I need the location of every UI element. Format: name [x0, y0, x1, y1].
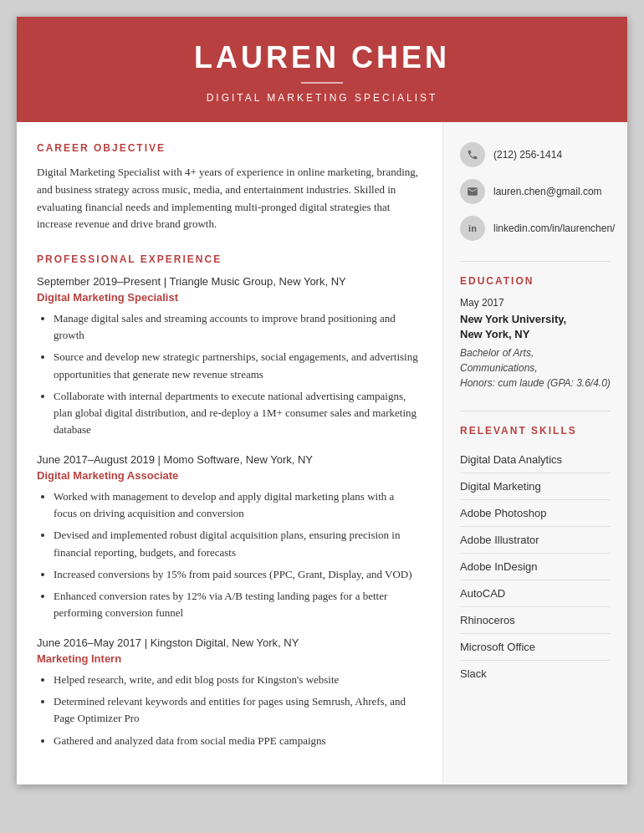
linkedin-text: linkedin.com/in/laurenchen/	[493, 222, 615, 234]
list-item: Collaborate with internal departments to…	[54, 388, 419, 438]
job-1-bullets: Manage digital sales and streaming accou…	[37, 310, 419, 438]
job-1-title: Digital Marketing Specialist	[37, 291, 419, 304]
right-column: (212) 256-1414 lauren.chen@gmail.com in …	[443, 122, 627, 784]
skill-item: Rhinoceros	[460, 607, 611, 634]
list-item: Gathered and analyzed data from social m…	[54, 733, 419, 749]
skill-item: Microsoft Office	[460, 634, 611, 661]
job-1-period: September 2019–Present | Triangle Music …	[37, 275, 419, 288]
list-item: Enhanced conversion rates by 12% via A/B…	[54, 588, 419, 621]
career-objective-heading: CAREER OBJECTIVE	[37, 142, 419, 154]
skills-heading: RELEVANT SKILLS	[460, 425, 611, 437]
phone-icon	[460, 142, 485, 167]
contact-linkedin: in linkedin.com/in/laurenchen/	[460, 216, 611, 241]
edu-school: New York University,New York, NY	[460, 312, 611, 342]
professional-experience-heading: PROFESSIONAL EXPERIENCE	[37, 253, 419, 265]
phone-text: (212) 256-1414	[493, 149, 562, 161]
edu-details: Bachelor of Arts, Communications,Honors:…	[460, 345, 611, 391]
skill-item: AutoCAD	[460, 580, 611, 607]
contact-phone: (212) 256-1414	[460, 142, 611, 167]
list-item: Source and develop new strategic partner…	[54, 349, 419, 382]
professional-experience-section: PROFESSIONAL EXPERIENCE September 2019–P…	[37, 253, 419, 749]
job-3-period: June 2016–May 2017 | Kingston Digital, N…	[37, 636, 419, 649]
skill-item: Adobe InDesign	[460, 554, 611, 580]
job-block-1: September 2019–Present | Triangle Music …	[37, 275, 419, 438]
job-3-title: Marketing Intern	[37, 652, 419, 665]
section-divider	[460, 261, 611, 262]
skill-item: Slack	[460, 661, 611, 687]
email-icon	[460, 179, 485, 204]
career-objective-text: Digital Marketing Specialist with 4+ yea…	[37, 164, 419, 233]
list-item: Increased conversions by 15% from paid s…	[54, 566, 419, 583]
header-divider	[301, 82, 343, 84]
career-objective-section: CAREER OBJECTIVE Digital Marketing Speci…	[37, 142, 419, 233]
resume-header: LAUREN CHEN DIGITAL MARKETING SPECIALIST	[17, 17, 627, 122]
list-item: Helped research, write, and edit blog po…	[54, 672, 419, 688]
contact-section: (212) 256-1414 lauren.chen@gmail.com in …	[460, 142, 611, 241]
resume-document: LAUREN CHEN DIGITAL MARKETING SPECIALIST…	[17, 17, 627, 784]
candidate-name: LAUREN CHEN	[33, 40, 611, 75]
resume-body: CAREER OBJECTIVE Digital Marketing Speci…	[17, 122, 627, 784]
list-item: Manage digital sales and streaming accou…	[54, 310, 419, 344]
contact-email: lauren.chen@gmail.com	[460, 179, 611, 204]
list-item: Worked with management to develop and ap…	[54, 488, 419, 522]
job-3-bullets: Helped research, write, and edit blog po…	[37, 672, 419, 749]
skills-section: RELEVANT SKILLS Digital Data Analytics D…	[460, 425, 611, 687]
list-item: Determined relevant keywords and entitie…	[54, 693, 419, 727]
candidate-title: DIGITAL MARKETING SPECIALIST	[33, 92, 611, 104]
email-text: lauren.chen@gmail.com	[493, 186, 602, 197]
section-divider-2	[460, 411, 611, 411]
job-2-title: Digital Marketing Associate	[37, 469, 419, 482]
skill-item: Adobe Illustrator	[460, 527, 611, 554]
skill-item: Digital Data Analytics	[460, 447, 611, 473]
list-item: Devised and implemented robust digital a…	[54, 527, 419, 560]
skill-item: Adobe Photoshop	[460, 500, 611, 527]
left-column: CAREER OBJECTIVE Digital Marketing Speci…	[17, 122, 443, 784]
job-2-bullets: Worked with management to develop and ap…	[37, 488, 419, 621]
job-block-2: June 2017–August 2019 | Momo Software, N…	[37, 453, 419, 621]
job-block-3: June 2016–May 2017 | Kingston Digital, N…	[37, 636, 419, 749]
edu-date: May 2017	[460, 297, 611, 309]
skill-item: Digital Marketing	[460, 473, 611, 500]
job-2-period: June 2017–August 2019 | Momo Software, N…	[37, 453, 419, 466]
linkedin-icon: in	[460, 216, 485, 241]
education-section: EDUCATION May 2017 New York University,N…	[460, 275, 611, 391]
education-heading: EDUCATION	[460, 275, 611, 287]
